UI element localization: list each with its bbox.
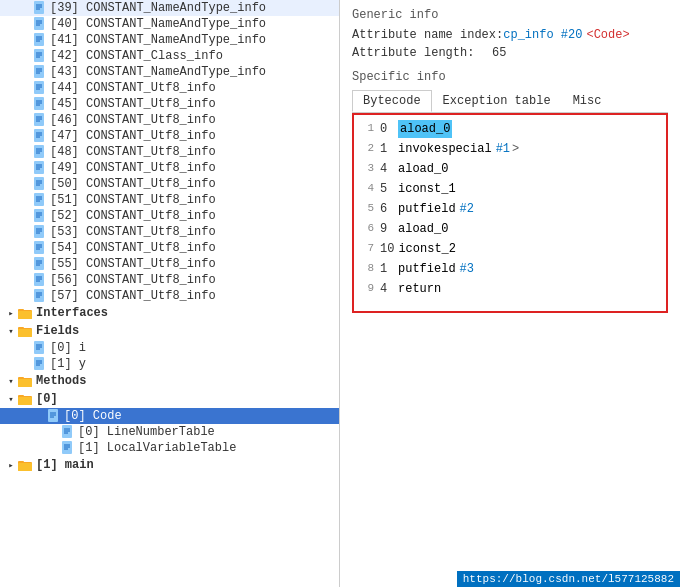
file-icon	[32, 177, 46, 191]
tab-exception-table[interactable]: Exception table	[432, 90, 562, 112]
opcode: iconst_1	[398, 180, 456, 198]
svg-rect-24	[18, 329, 32, 337]
right-panel: Generic info Attribute name index: cp_in…	[340, 0, 680, 587]
expand-arrow	[20, 83, 30, 93]
tree-item-methods-0-linenumber[interactable]: [0] LineNumberTable	[0, 424, 339, 440]
generic-info-title: Generic info	[352, 8, 668, 22]
expand-arrow	[48, 427, 58, 437]
op-arg[interactable]: #1	[496, 140, 510, 158]
file-icon	[32, 357, 46, 371]
item-label: [48] CONSTANT_Utf8_info	[50, 145, 216, 159]
tree-item-47[interactable]: [47] CONSTANT_Utf8_info	[0, 128, 339, 144]
tree-item-52[interactable]: [52] CONSTANT_Utf8_info	[0, 208, 339, 224]
op-arg[interactable]: #2	[460, 200, 474, 218]
file-icon	[60, 425, 74, 439]
attr-name-label: Attribute name index:	[352, 28, 503, 42]
offset: 4	[380, 280, 394, 298]
tree-item-methods-0-init[interactable]: ▾[0]	[0, 390, 339, 408]
item-label: [51] CONSTANT_Utf8_info	[50, 193, 216, 207]
expand-arrow	[20, 359, 30, 369]
offset: 10	[380, 240, 394, 258]
file-icon	[32, 241, 46, 255]
item-label: [0] LineNumberTable	[78, 425, 215, 439]
tree-item-48[interactable]: [48] CONSTANT_Utf8_info	[0, 144, 339, 160]
opcode: iconst_2	[398, 240, 456, 258]
tree-item-methods-0-code[interactable]: [0] Code	[0, 408, 339, 424]
file-icon	[32, 65, 46, 79]
item-label: [1] LocalVariableTable	[78, 441, 236, 455]
file-icon	[32, 33, 46, 47]
file-icon	[32, 193, 46, 207]
offset: 1	[380, 140, 394, 158]
tree-item-53[interactable]: [53] CONSTANT_Utf8_info	[0, 224, 339, 240]
file-icon	[32, 289, 46, 303]
item-label: [47] CONSTANT_Utf8_info	[50, 129, 216, 143]
item-label: [0] Code	[64, 409, 122, 423]
attr-length-row: Attribute length: 65	[352, 46, 668, 60]
file-icon	[32, 97, 46, 111]
tab-bytecode[interactable]: Bytecode	[352, 90, 432, 112]
tree-item-39[interactable]: [39] CONSTANT_NameAndType_info	[0, 0, 339, 16]
tree-item-44[interactable]: [44] CONSTANT_Utf8_info	[0, 80, 339, 96]
opcode: aload_0	[398, 160, 448, 178]
code-line: 69aload_0	[354, 219, 666, 239]
attr-name-value: cp_info #20<Code>	[503, 28, 629, 42]
tree-item-45[interactable]: [45] CONSTANT_Utf8_info	[0, 96, 339, 112]
tree-item-43[interactable]: [43] CONSTANT_NameAndType_info	[0, 64, 339, 80]
tree-item-57[interactable]: [57] CONSTANT_Utf8_info	[0, 288, 339, 304]
opcode: aload_0	[398, 220, 448, 238]
svg-rect-32	[18, 397, 32, 405]
tree-item-fields-0[interactable]: [0] i	[0, 340, 339, 356]
code-line: 45iconst_1	[354, 179, 666, 199]
item-label: [43] CONSTANT_NameAndType_info	[50, 65, 266, 79]
item-label: [1] y	[50, 357, 86, 371]
item-label: [50] CONSTANT_Utf8_info	[50, 177, 216, 191]
tree-item-fields[interactable]: ▾Fields	[0, 322, 339, 340]
tree-item-55[interactable]: [55] CONSTANT_Utf8_info	[0, 256, 339, 272]
tree-item-methods-1-main[interactable]: ▸[1] main	[0, 456, 339, 474]
code-area: 10aload_021invokespecial#1 >34aload_045i…	[352, 113, 668, 313]
tree-item-50[interactable]: [50] CONSTANT_Utf8_info	[0, 176, 339, 192]
line-number: 3	[360, 160, 374, 177]
tree-item-41[interactable]: [41] CONSTANT_NameAndType_info	[0, 32, 339, 48]
line-number: 1	[360, 120, 374, 137]
tree-item-fields-1[interactable]: [1] y	[0, 356, 339, 372]
offset: 0	[380, 120, 394, 138]
expand-arrow	[20, 147, 30, 157]
item-label: [1] main	[36, 458, 94, 472]
op-arg[interactable]: #3	[460, 260, 474, 278]
line-number: 5	[360, 200, 374, 217]
item-label: [40] CONSTANT_NameAndType_info	[50, 17, 266, 31]
item-label: [0] i	[50, 341, 86, 355]
tree-item-56[interactable]: [56] CONSTANT_Utf8_info	[0, 272, 339, 288]
tree-item-51[interactable]: [51] CONSTANT_Utf8_info	[0, 192, 339, 208]
item-label: [52] CONSTANT_Utf8_info	[50, 209, 216, 223]
tree-item-methods[interactable]: ▾Methods	[0, 372, 339, 390]
expand-arrow	[20, 243, 30, 253]
tree-item-40[interactable]: [40] CONSTANT_NameAndType_info	[0, 16, 339, 32]
item-label: [56] CONSTANT_Utf8_info	[50, 273, 216, 287]
opcode: return	[398, 280, 441, 298]
opcode: aload_0	[398, 120, 452, 138]
expand-arrow	[20, 51, 30, 61]
tree-item-42[interactable]: [42] CONSTANT_Class_info	[0, 48, 339, 64]
tab-misc[interactable]: Misc	[562, 90, 613, 112]
cp-link[interactable]: cp_info #20	[503, 28, 582, 42]
item-label: [41] CONSTANT_NameAndType_info	[50, 33, 266, 47]
expand-arrow	[48, 443, 58, 453]
tree-item-49[interactable]: [49] CONSTANT_Utf8_info	[0, 160, 339, 176]
offset: 5	[380, 180, 394, 198]
expand-arrow	[20, 291, 30, 301]
item-label: [53] CONSTANT_Utf8_info	[50, 225, 216, 239]
code-line: 21invokespecial#1 >	[354, 139, 666, 159]
url-bar: https://blog.csdn.net/l577125882	[457, 571, 680, 587]
code-line: 34aload_0	[354, 159, 666, 179]
tree-item-interfaces[interactable]: ▸Interfaces	[0, 304, 339, 322]
tree-item-methods-0-localvariable[interactable]: [1] LocalVariableTable	[0, 440, 339, 456]
item-label: [55] CONSTANT_Utf8_info	[50, 257, 216, 271]
item-label: [54] CONSTANT_Utf8_info	[50, 241, 216, 255]
tree-item-54[interactable]: [54] CONSTANT_Utf8_info	[0, 240, 339, 256]
attr-length-label: Attribute length:	[352, 46, 492, 60]
tree-item-46[interactable]: [46] CONSTANT_Utf8_info	[0, 112, 339, 128]
opcode: invokespecial	[398, 140, 492, 158]
